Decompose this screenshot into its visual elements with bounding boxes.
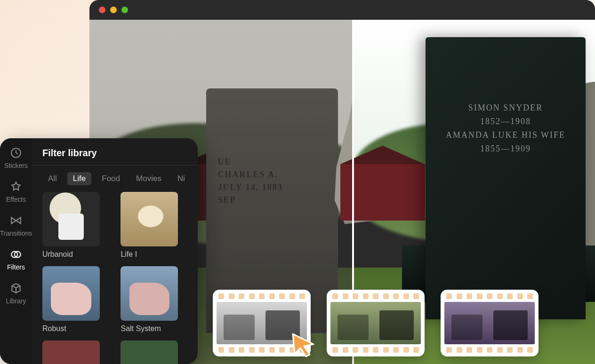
tab-movies[interactable]: Movies <box>130 172 167 185</box>
filter-card-urbanoid[interactable]: Urbanoid <box>42 192 113 259</box>
tab-all[interactable]: All <box>42 172 63 185</box>
filter-card-life-i[interactable]: Life I <box>121 192 191 259</box>
tab-food[interactable]: Food <box>96 172 126 185</box>
filter-label: Salt System <box>121 324 191 333</box>
rail-library[interactable]: Library <box>6 282 26 305</box>
window-minimize-dot[interactable] <box>110 7 117 13</box>
star-icon <box>10 181 22 193</box>
overlap-circles-icon <box>10 248 22 261</box>
rail-label: Filters <box>7 263 25 271</box>
filter-card-salt-system[interactable]: Salt System <box>121 266 191 333</box>
clock-icon <box>10 147 22 159</box>
cube-icon <box>10 282 22 294</box>
headstone-line1: SIMON SNYDER <box>426 103 586 113</box>
film-preview-3[interactable] <box>441 290 539 356</box>
window-titlebar <box>89 0 595 20</box>
bowtie-icon <box>10 214 22 227</box>
rail-filters[interactable]: Filters <box>7 248 25 271</box>
filter-card-robust[interactable]: Robust <box>42 266 113 333</box>
headstone-line3: AMANDA LUKE HIS WIFE <box>426 130 586 140</box>
filter-thumb <box>42 266 100 321</box>
filter-thumb <box>121 266 178 321</box>
filter-library-panel: Stickers Effects Transitions Filters Lib… <box>0 138 198 364</box>
filter-label: Life I <box>121 250 191 259</box>
filter-thumb <box>121 340 178 364</box>
filter-card-extra[interactable] <box>121 340 191 364</box>
rail-stickers[interactable]: Stickers <box>4 147 28 169</box>
panel-side-rail: Stickers Effects Transitions Filters Lib… <box>0 138 32 364</box>
film-thumb <box>330 302 421 344</box>
headstone-line2: 1852—1908 <box>426 117 586 127</box>
panel-title: Filter library <box>32 138 198 165</box>
filter-preview-strip <box>213 290 539 356</box>
filter-grid: Urbanoid Life I Robust Salt System <box>32 192 198 364</box>
filter-thumb <box>121 192 178 246</box>
filter-category-tabs: All Life Food Movies Ni <box>32 166 198 192</box>
film-thumb <box>444 302 535 344</box>
filter-card-extra[interactable] <box>42 340 113 364</box>
cursor-icon <box>290 331 318 359</box>
window-zoom-dot[interactable] <box>121 7 128 13</box>
rail-label: Library <box>6 297 26 305</box>
filter-thumb <box>42 192 100 246</box>
window-close-dot[interactable] <box>99 7 105 13</box>
filter-label: Urbanoid <box>42 250 113 259</box>
filter-thumb <box>42 340 100 364</box>
rail-label: Stickers <box>4 162 28 169</box>
panel-body: Filter library All Life Food Movies Ni U… <box>32 138 198 364</box>
rail-transitions[interactable]: Transitions <box>0 214 32 237</box>
rail-label: Effects <box>6 196 26 203</box>
tab-more[interactable]: Ni <box>172 172 191 185</box>
main-headstone: SIMON SNYDER 1852—1908 AMANDA LUKE HIS W… <box>426 37 586 319</box>
film-preview-2[interactable] <box>327 290 425 356</box>
tab-life[interactable]: Life <box>67 172 91 185</box>
rail-effects[interactable]: Effects <box>6 181 26 203</box>
headstone-line4: 1855—1909 <box>426 144 586 154</box>
rail-label: Transitions <box>0 229 32 237</box>
filter-label: Robust <box>42 324 113 333</box>
